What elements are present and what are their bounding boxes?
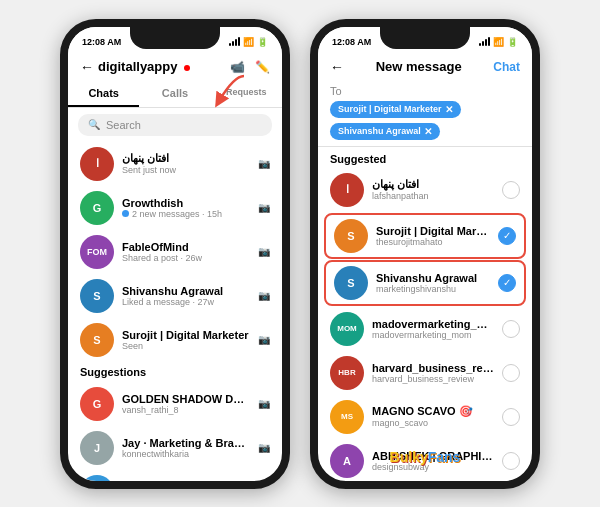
new-message-title: New message (344, 59, 493, 74)
sugg-info: madovermarketing_mom madovermarketing_mo… (372, 318, 494, 340)
camera-icon: 📷 (258, 290, 270, 301)
check-circle[interactable] (502, 452, 520, 470)
suggestion-item[interactable]: MS MAGNO SCAVO 🎯 magno_scavo (318, 395, 532, 439)
battery-icon: 🔋 (257, 37, 268, 47)
suggested-label: Suggested (318, 147, 532, 168)
suggestion-item[interactable]: G GOLDEN SHADOW DEVIL vansh_rathi_8 📷 (68, 382, 282, 426)
compose-icon[interactable]: ✏️ (255, 60, 270, 74)
suggestion-item[interactable]: HBR harvard_business_review ✓ harvard_bu… (318, 351, 532, 395)
chat-info: FableOfMind Shared a post · 26w (122, 241, 250, 263)
to-section: To Surojit | Digital Marketer ✕ Shivansh… (318, 81, 532, 147)
suggestion-item[interactable]: MOM madovermarketing_mom madovermarketin… (318, 307, 532, 351)
sugg-info: Shivanshu Agrawal marketingshivanshu (376, 272, 490, 294)
avatar: FOM (80, 235, 114, 269)
avatar: MOM (330, 312, 364, 346)
sugg-info: افتان پنهان lafshanpathan (372, 178, 494, 201)
back-button-right[interactable]: ← (330, 59, 344, 75)
search-placeholder: Search (106, 119, 141, 131)
chat-item[interactable]: S Shivanshu Agrawal Liked a message · 27… (68, 274, 282, 318)
right-phone: 12:08 AM 📶 🔋 ← New message Chat To Suroj… (310, 19, 540, 489)
selected-suggestion-shivanshu[interactable]: S Shivanshu Agrawal marketingshivanshu ✓ (324, 260, 526, 306)
chat-info: Jay · Marketing & Branding konnectwithka… (122, 437, 250, 459)
chat-item[interactable]: S Surojit | Digital Marketer Seen 📷 (68, 318, 282, 362)
selected-suggestion-surojit[interactable]: S Surojit | Digital Marketer thesurojitm… (324, 213, 526, 259)
avatar: ا (80, 147, 114, 181)
search-icon: 🔍 (88, 119, 100, 130)
unread-dot (122, 210, 129, 217)
sugg-info: ABHISHEK | GRAPHIC DESIGNER designsubway (372, 450, 494, 472)
signal-icon (229, 37, 240, 46)
status-icons-right: 📶 🔋 (479, 37, 518, 47)
left-phone: 12:08 AM 📶 🔋 ← digitallyappy 📹 ✏️ Chats … (60, 19, 290, 489)
avatar: S (80, 279, 114, 313)
time-right: 12:08 AM (332, 37, 371, 47)
tabs-left: Chats Calls Requests (68, 81, 282, 108)
chat-item[interactable]: G Growthdish 2 new messages · 15h 📷 (68, 186, 282, 230)
search-bar[interactable]: 🔍 Search (78, 114, 272, 136)
check-circle[interactable] (502, 408, 520, 426)
header-title-left: digitallyappy (98, 59, 230, 74)
avatar: MS (330, 400, 364, 434)
camera-icon: 📷 (258, 398, 270, 409)
back-button-left[interactable]: ← (80, 59, 94, 75)
chat-item[interactable]: FOM FableOfMind Shared a post · 26w 📷 (68, 230, 282, 274)
notch-left (130, 27, 220, 49)
chat-info: GOLDEN SHADOW DEVIL vansh_rathi_8 (122, 393, 250, 415)
camera-icon: 📷 (258, 442, 270, 453)
to-label: To (330, 85, 520, 97)
signal-icon (479, 37, 490, 46)
check-circle-checked[interactable]: ✓ (498, 227, 516, 245)
sugg-info: MAGNO SCAVO 🎯 magno_scavo (372, 405, 494, 428)
camera-icon: 📷 (258, 246, 270, 257)
suggestion-item[interactable]: ا افتان پنهان lafshanpathan (318, 168, 532, 212)
tag-remove-icon[interactable]: ✕ (445, 104, 453, 115)
chat-link-button[interactable]: Chat (493, 60, 520, 74)
sugg-info: Surojit | Digital Marketer thesurojitmah… (376, 225, 490, 247)
avatar: J (80, 431, 114, 465)
left-phone-content: ← digitallyappy 📹 ✏️ Chats Calls Request… (68, 53, 282, 481)
chat-item[interactable]: ا افتان پنهان Sent just now 📷 (68, 142, 282, 186)
emoji-decorations: 🎯 (459, 405, 473, 417)
avatar: G (80, 191, 114, 225)
tab-requests[interactable]: Requests (211, 81, 282, 107)
chat-info: Shivanshu Agrawal Liked a message · 27w (122, 285, 250, 307)
tag-shivanshu[interactable]: Shivanshu Agrawal ✕ (330, 123, 440, 140)
tag-remove-icon[interactable]: ✕ (424, 126, 432, 137)
video-camera-icon[interactable]: 📹 (230, 60, 245, 74)
to-tags: Surojit | Digital Marketer ✕ Shivanshu A… (330, 101, 520, 140)
time-left: 12:08 AM (82, 37, 121, 47)
new-message-header: ← New message Chat (318, 53, 532, 81)
tab-chats[interactable]: Chats (68, 81, 139, 107)
left-header: ← digitallyappy 📹 ✏️ (68, 53, 282, 81)
tab-calls[interactable]: Calls (139, 81, 210, 107)
avatar: S (334, 266, 368, 300)
chat-info: Growthdish 2 new messages · 15h (122, 197, 250, 219)
tag-surojit[interactable]: Surojit | Digital Marketer ✕ (330, 101, 461, 118)
sugg-info: harvard_business_review ✓ harvard_busine… (372, 362, 494, 384)
suggestion-item[interactable]: H harleyquinnseller 📷 (68, 470, 282, 481)
avatar: S (80, 323, 114, 357)
wifi-icon: 📶 (243, 37, 254, 47)
suggestion-item[interactable]: J Jay · Marketing & Branding konnectwith… (68, 426, 282, 470)
suggestion-list: ا افتان پنهان lafshanpathan S Surojit | … (318, 168, 532, 481)
avatar: A (330, 444, 364, 478)
avatar: HBR (330, 356, 364, 390)
avatar: ا (330, 173, 364, 207)
camera-icon: 📷 (258, 158, 270, 169)
avatar: H (80, 475, 114, 481)
check-circle[interactable] (502, 320, 520, 338)
header-icons-left: 📹 ✏️ (230, 60, 270, 74)
red-dot (184, 65, 190, 71)
chat-info: افتان پنهان Sent just now (122, 152, 250, 175)
camera-icon: 📷 (258, 202, 270, 213)
check-circle-checked[interactable]: ✓ (498, 274, 516, 292)
notch-right (380, 27, 470, 49)
suggestions-section-label: Suggestions (68, 362, 282, 382)
camera-icon: 📷 (258, 334, 270, 345)
check-circle[interactable] (502, 364, 520, 382)
chat-list: ا افتان پنهان Sent just now 📷 G Growthdi… (68, 142, 282, 481)
suggestion-item[interactable]: A ABHISHEK | GRAPHIC DESIGNER designsubw… (318, 439, 532, 481)
check-circle[interactable] (502, 181, 520, 199)
wifi-icon: 📶 (493, 37, 504, 47)
right-phone-content: ← New message Chat To Surojit | Digital … (318, 53, 532, 481)
